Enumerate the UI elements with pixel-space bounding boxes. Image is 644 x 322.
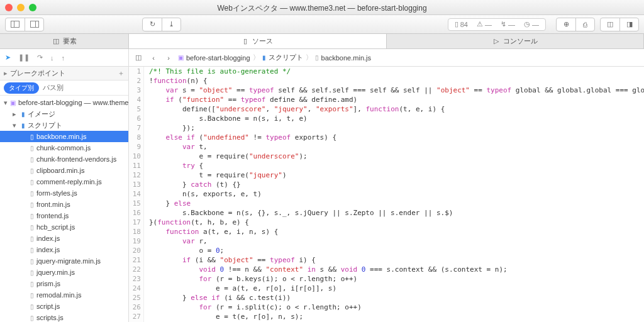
tree-file[interactable]: ▯hcb_script.js — [0, 221, 128, 233]
svg-rect-0 — [11, 21, 19, 28]
bc-folder[interactable]: スクリプト — [269, 53, 303, 62]
forward-icon[interactable]: › — [163, 54, 174, 62]
filter-type[interactable]: タイプ別 — [4, 82, 39, 94]
tree-folder-image[interactable]: ▸▮イメージ — [0, 108, 128, 119]
tree-file[interactable]: ▯script.js — [0, 301, 128, 312]
step-into-icon[interactable]: ↓ — [50, 54, 54, 62]
tab-elements[interactable]: ◫要素 — [0, 34, 129, 48]
disclosure-icon: ▸ — [4, 69, 8, 77]
elements-icon: ◫ — [52, 38, 60, 45]
timer: ◷— — [524, 20, 539, 28]
sidebar-toggle-group — [5, 18, 44, 31]
tree-file[interactable]: ▯scripts.js — [0, 312, 128, 322]
breakpoints-label: ブレークポイント — [10, 69, 65, 78]
breakpoints-header[interactable]: ▸ ブレークポイント ＋ — [0, 67, 128, 80]
window-controls — [5, 4, 36, 11]
breadcrumb: ▣ before-start-blogging 〉 ▮ スクリプト 〉 ▯ ba… — [178, 53, 371, 62]
minimize-button[interactable] — [17, 4, 25, 11]
sidebar-right-icon[interactable] — [25, 18, 43, 31]
js-icon: ▯ — [30, 145, 34, 152]
tree-file[interactable]: ▯form-styles.js — [0, 187, 128, 199]
tab-console[interactable]: ▷コンソール — [387, 34, 645, 48]
js-icon: ▯ — [30, 258, 34, 265]
crosshair-icon[interactable]: ⊕ — [557, 18, 575, 31]
source-icon: ▯ — [242, 38, 249, 45]
breakpoint-icon[interactable]: ➤ — [5, 53, 11, 62]
source-pane: 1 2 3 4 5 6 7 8 9 10 11 12 13 14 15 16 1… — [129, 67, 644, 322]
sidebar-left-icon[interactable] — [6, 18, 25, 31]
tab-source[interactable]: ▯ソース — [129, 34, 387, 48]
pause-icon[interactable]: ❚❚ — [18, 53, 30, 62]
tree-root[interactable]: ▾▣before-start-blogging — www.theme3.net — [0, 97, 128, 108]
js-icon: ▯ — [315, 54, 319, 61]
plus-icon[interactable]: ＋ — [118, 69, 125, 78]
tree-file[interactable]: ▯jquery-migrate.min.js — [0, 255, 128, 267]
js-icon: ▯ — [30, 314, 34, 321]
bc-file[interactable]: backbone.min.js — [321, 54, 372, 62]
dock-right-icon[interactable]: ◨ — [619, 18, 638, 31]
dock-window-icon[interactable]: ◫ — [601, 18, 619, 31]
reload-icon[interactable]: ↻ — [143, 18, 162, 31]
resource-tree: ▾▣before-start-blogging — www.theme3.net… — [0, 96, 128, 322]
tree-file[interactable]: ▯chunk-frontend-vendors.js — [0, 153, 128, 165]
debug-controls: ➤ ❚❚ ↷ ↓ ↑ — [0, 49, 129, 66]
js-icon: ▯ — [30, 156, 34, 163]
inspect-group: ⊕ ⎙ — [556, 18, 595, 31]
page-icon: ▣ — [178, 54, 184, 61]
js-icon: ▯ — [30, 280, 34, 287]
js-icon: ▯ — [30, 213, 34, 219]
file-count: ▯84 — [455, 20, 468, 28]
tree-file[interactable]: ▯remodal.min.js — [0, 289, 128, 301]
js-icon: ▯ — [30, 247, 34, 253]
back-icon[interactable]: ‹ — [148, 54, 159, 62]
bc-page[interactable]: before-start-blogging — [186, 54, 250, 62]
code-area[interactable]: /*! This file is auto-generated */ !func… — [144, 67, 644, 322]
split-icon[interactable]: ◫ — [133, 53, 144, 62]
js-icon: ▯ — [30, 235, 34, 242]
filter-row: タイプ別 パス別 — [0, 80, 128, 96]
tree-file[interactable]: ▯clipboard.min.js — [0, 165, 128, 176]
warnings-count: ⚠︎— — [477, 20, 492, 28]
tree-file[interactable]: ▯index.js — [0, 244, 128, 255]
line-gutter: 1 2 3 4 5 6 7 8 9 10 11 12 13 14 15 16 1… — [129, 67, 144, 322]
print-icon[interactable]: ⎙ — [575, 18, 594, 31]
document-icon: ▯ — [455, 20, 458, 28]
filter-path[interactable]: パス別 — [43, 83, 64, 92]
reload-group: ↻ ⤓ — [142, 18, 181, 31]
dock-group: ◫ ◨ — [600, 18, 639, 31]
warning-icon: ⚠︎ — [477, 20, 483, 28]
inspector-row: ➤ ❚❚ ↷ ↓ ↑ ◫ ‹ › ▣ before-start-blogging… — [0, 49, 644, 67]
tree-file[interactable]: ▯prism.js — [0, 278, 128, 289]
sidebar: ▸ ブレークポイント ＋ タイプ別 パス別 ▾▣before-start-blo… — [0, 67, 129, 322]
js-icon: ▯ — [30, 269, 34, 276]
svg-rect-2 — [30, 21, 38, 28]
tree-file[interactable]: ▯comment-reply.min.js — [0, 176, 128, 187]
step-over-icon[interactable]: ↷ — [37, 53, 43, 62]
js-icon: ▯ — [30, 201, 34, 208]
toolbar: ↻ ⤓ ▯84 ⚠︎— ↯— ◷— ⊕ ⎙ ◫ ◨ — [0, 15, 644, 34]
zoom-button[interactable] — [29, 4, 36, 11]
tab-bar: ◫要素 ▯ソース ▷コンソール — [0, 34, 644, 49]
svg-rect-3 — [35, 21, 36, 28]
main-split: ▸ ブレークポイント ＋ タイプ別 パス別 ▾▣before-start-blo… — [0, 67, 644, 322]
tree-file[interactable]: ▯index.js — [0, 233, 128, 244]
status-bar: ▯84 ⚠︎— ↯— ◷— — [448, 18, 546, 31]
tree-file[interactable]: ▯frontend.js — [0, 210, 128, 221]
tree-file[interactable]: ▯chunk-common.js — [0, 142, 128, 153]
download-icon[interactable]: ⤓ — [162, 18, 180, 31]
js-icon: ▯ — [30, 190, 34, 197]
tree-file[interactable]: ▯backbone.min.js — [0, 131, 128, 142]
tree-folder-script[interactable]: ▾▮スクリプト — [0, 119, 128, 131]
step-out-icon[interactable]: ↑ — [62, 54, 65, 62]
titlebar: Webインスペクタ — www.theme3.net — before-star… — [0, 0, 644, 15]
svg-rect-1 — [14, 21, 14, 28]
tree-file[interactable]: ▯jquery.min.js — [0, 267, 128, 278]
js-icon: ▯ — [30, 292, 34, 299]
js-icon: ▯ — [30, 167, 34, 174]
js-icon: ▯ — [30, 179, 34, 186]
tree-file[interactable]: ▯front.min.js — [0, 199, 128, 210]
network-icon: ↯ — [501, 20, 506, 28]
close-button[interactable] — [5, 4, 13, 11]
source-nav: ◫ ‹ › ▣ before-start-blogging 〉 ▮ スクリプト … — [129, 49, 644, 66]
timer-icon: ◷ — [524, 20, 530, 28]
